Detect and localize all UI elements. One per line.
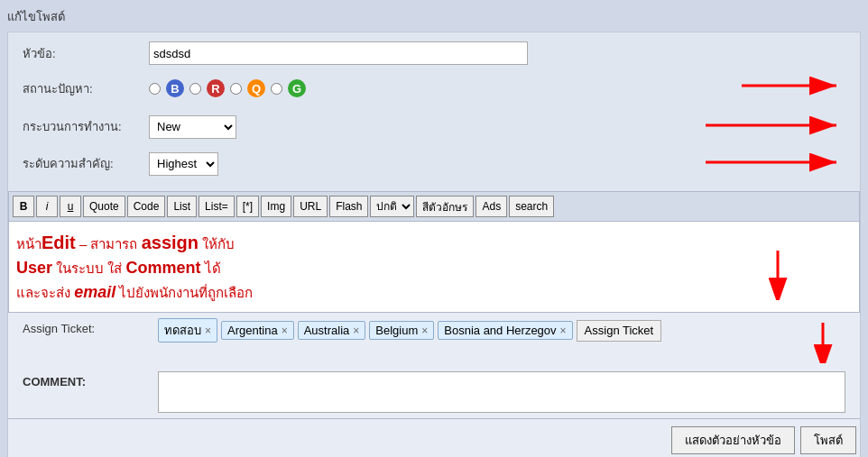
priority-label: ระดับความสำคัญ: [23, 154, 149, 173]
status-radios: B R Q G [149, 79, 728, 97]
flash-button[interactable]: Flash [329, 196, 368, 217]
content-text: หน้าEdit – สามารถ assign ให้กับ User ในร… [16, 229, 852, 305]
footer: แสดงตัวอย่างหัวข้อ โพสต์ [8, 418, 860, 457]
status-circle-r[interactable]: R [207, 79, 225, 97]
comment-row: COMMENT: [23, 371, 845, 413]
priority-control: Highest High Medium Low [149, 152, 692, 176]
tag-australia: Australia × [298, 321, 366, 340]
list-button[interactable]: List [167, 196, 197, 217]
window-title: แก้ไขโพสต์ [7, 7, 861, 26]
form-panel: หัวข้อ: สถานะปัญหา: B R Q [7, 32, 861, 457]
priority-arrow [701, 149, 845, 178]
assign-label: Assign Ticket: [23, 318, 149, 335]
tag-label: Belgium [375, 324, 418, 337]
title-control [149, 41, 845, 65]
status-circle-q[interactable]: Q [247, 79, 265, 97]
tag-remove-australia[interactable]: × [353, 324, 359, 337]
workflow-label: กระบวนการทำงาน: [23, 117, 149, 136]
assign-ticket-button[interactable]: Assign Ticket [577, 320, 662, 342]
code-button[interactable]: Code [127, 196, 166, 217]
workflow-row: กระบวนการทำงาน: New In Progress Resolved… [23, 112, 845, 142]
assign-row: Assign Ticket: ทดสอบ × Argentina × Austr… [23, 318, 845, 366]
title-label: หัวข้อ: [23, 44, 149, 63]
tag-argentina: Argentina × [221, 321, 294, 340]
status-circle-b[interactable]: B [166, 79, 184, 97]
status-radio-empty1[interactable] [149, 83, 161, 95]
assign-tags: ทดสอบ × Argentina × Australia × Belgium … [158, 318, 782, 343]
priority-select[interactable]: Highest High Medium Low [149, 152, 218, 176]
underline-button[interactable]: u [60, 196, 81, 217]
tag-label: Australia [304, 324, 350, 337]
font-color-button[interactable]: สีตัวอักษร [416, 196, 474, 217]
title-row: หัวข้อ: [23, 41, 845, 65]
tag-remove-bosnia[interactable]: × [560, 324, 567, 337]
list-eq-button[interactable]: List= [199, 196, 235, 217]
font-size-select[interactable]: ปกติ [370, 196, 414, 217]
tag-remove-tdsob[interactable]: × [205, 324, 211, 337]
workflow-control: New In Progress Resolved Closed [149, 115, 692, 139]
priority-row: ระดับความสำคัญ: Highest High Medium Low [23, 149, 845, 178]
preview-button[interactable]: แสดงตัวอย่างหัวข้อ [671, 426, 795, 454]
tag-bosnia: Bosnia and Herzegov × [438, 321, 572, 340]
tag-label: Argentina [227, 324, 278, 337]
comment-input[interactable] [158, 371, 845, 413]
window: แก้ไขโพสต์ หัวข้อ: สถานะปัญหา: B [0, 0, 868, 457]
content-line2: User ในระบบ ใส่ Comment ได้ [16, 256, 852, 280]
url-button[interactable]: URL [293, 196, 328, 217]
content-line1: หน้าEdit – สามารถ assign ให้กับ [16, 229, 852, 256]
ads-button[interactable]: Ads [476, 196, 507, 217]
status-row: สถานะปัญหา: B R Q G [23, 72, 845, 105]
italic-button[interactable]: i [36, 196, 58, 217]
form-area: หัวข้อ: สถานะปัญหา: B R Q [8, 32, 860, 191]
tag-label: Bosnia and Herzegov [444, 324, 556, 337]
content-down-arrow [751, 246, 805, 303]
workflow-arrow [701, 112, 845, 142]
status-label: สถานะปัญหา: [23, 79, 149, 98]
status-circle-g[interactable]: G [288, 79, 306, 97]
status-radio-empty4[interactable] [271, 83, 282, 95]
title-input[interactable] [149, 41, 528, 65]
tag-remove-argentina[interactable]: × [282, 324, 288, 337]
assign-down-arrow [800, 318, 845, 366]
img-button[interactable]: Img [261, 196, 291, 217]
status-control: B R Q G [149, 79, 728, 97]
search-button[interactable]: search [509, 196, 554, 217]
quote-button[interactable]: Quote [83, 196, 125, 217]
toolbar: B i u Quote Code List List= [*] Img URL … [8, 191, 860, 221]
status-radio-empty2[interactable] [189, 83, 201, 95]
asterisk-button[interactable]: [*] [236, 196, 259, 217]
submit-button[interactable]: โพสต์ [800, 426, 856, 454]
content-line3: และจะส่ง email ไปยังพนักงานที่ถูกเลือก [16, 280, 852, 305]
content-area[interactable]: หน้าEdit – สามารถ assign ให้กับ User ในร… [8, 221, 860, 313]
workflow-select[interactable]: New In Progress Resolved Closed [149, 115, 236, 139]
status-arrow [737, 72, 845, 105]
bold-button[interactable]: B [13, 196, 34, 217]
status-radio-empty3[interactable] [230, 83, 242, 95]
comment-label: COMMENT: [23, 371, 149, 388]
tag-remove-belgium[interactable]: × [421, 324, 428, 337]
tag-label: ทดสอบ [164, 321, 201, 340]
bottom-section: Assign Ticket: ทดสอบ × Argentina × Austr… [8, 313, 860, 418]
tag-belgium: Belgium × [369, 321, 434, 340]
tag-tdsob: ทดสอบ × [158, 318, 217, 343]
